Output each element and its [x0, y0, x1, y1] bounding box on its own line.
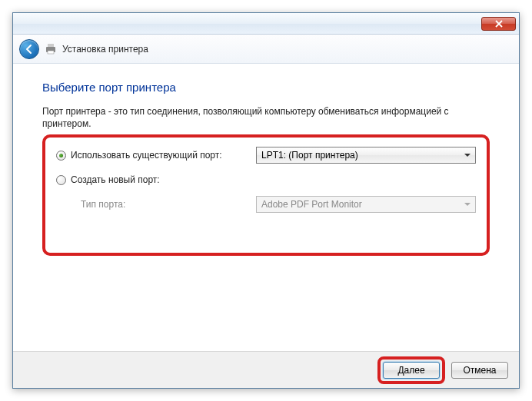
page-title: Выберите порт принтера [42, 81, 490, 94]
port-type-value: Adobe PDF Port Monitor [261, 199, 362, 210]
create-new-label: Создать новый порт: [71, 174, 160, 185]
page-description: Порт принтера - это тип соединения, позв… [42, 106, 490, 130]
svg-rect-1 [48, 44, 54, 47]
radio-icon [56, 151, 66, 161]
back-button[interactable] [19, 39, 39, 59]
printer-icon [44, 42, 58, 56]
existing-port-select[interactable]: LPT1: (Порт принтера) [256, 147, 476, 164]
header-bar: Установка принтера [13, 35, 519, 64]
radio-use-existing[interactable]: Использовать существующий порт: [56, 150, 256, 161]
radio-create-new[interactable]: Создать новый порт: [56, 174, 256, 185]
header-title: Установка принтера [62, 44, 148, 55]
port-type-label-col: Тип порта: [56, 199, 256, 210]
cancel-button[interactable]: Отмена [451, 362, 508, 379]
wizard-window: Установка принтера Выберите порт принтер… [12, 12, 520, 389]
radio-icon [56, 175, 66, 185]
chevron-down-icon [464, 203, 470, 206]
port-options-highlight: Использовать существующий порт: LPT1: (П… [42, 134, 490, 256]
option-use-existing-row: Использовать существующий порт: LPT1: (П… [56, 147, 476, 164]
titlebar [13, 13, 519, 35]
next-button-highlight: Далее [377, 356, 445, 384]
existing-port-value: LPT1: (Порт принтера) [261, 150, 358, 161]
next-button[interactable]: Далее [383, 362, 440, 379]
svg-rect-2 [48, 51, 54, 54]
port-type-label: Тип порта: [56, 199, 125, 210]
use-existing-label: Использовать существующий порт: [71, 150, 222, 161]
close-icon [495, 20, 503, 28]
content-area: Выберите порт принтера Порт принтера - э… [13, 64, 519, 263]
port-type-select: Adobe PDF Port Monitor [256, 196, 476, 213]
close-button[interactable] [481, 17, 516, 31]
port-type-row: Тип порта: Adobe PDF Port Monitor [56, 196, 476, 213]
back-arrow-icon [24, 44, 35, 55]
footer-bar: Далее Отмена [13, 351, 519, 388]
chevron-down-icon [464, 154, 470, 157]
option-create-new-row: Создать новый порт: [56, 174, 476, 185]
